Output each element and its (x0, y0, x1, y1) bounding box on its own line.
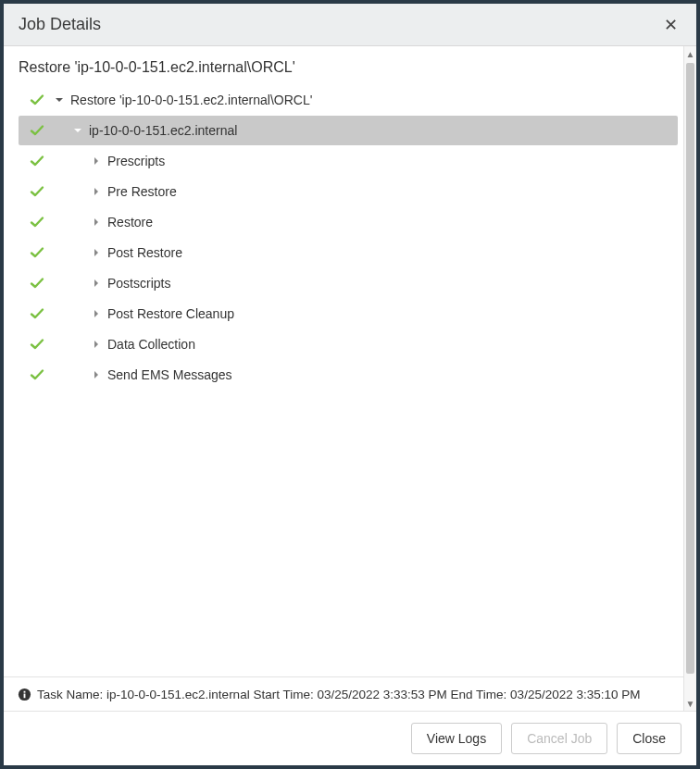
tree-row[interactable]: Post Restore Cleanup (19, 299, 678, 329)
tree-label: Postscripts (106, 276, 170, 291)
tree-row-root[interactable]: Restore 'ip-10-0-0-151.ec2.internal\ORCL… (19, 85, 678, 115)
info-text: Task Name: ip-10-0-0-151.ec2.internal St… (37, 688, 640, 701)
status-success-icon (24, 367, 50, 382)
tree-label: ip-10-0-0-151.ec2.internal (87, 123, 237, 138)
svg-rect-2 (23, 690, 25, 692)
status-success-icon (24, 154, 50, 168)
dialog-body: Restore 'ip-10-0-0-151.ec2.internal\ORCL… (4, 46, 696, 765)
status-success-icon (24, 93, 50, 107)
svg-rect-1 (23, 693, 25, 698)
task-info-bar: Task Name: ip-10-0-0-151.ec2.internal St… (4, 676, 696, 711)
status-success-icon (24, 215, 50, 229)
chevron-right-icon[interactable] (87, 156, 106, 166)
status-success-icon (24, 245, 50, 260)
tree-label: Restore 'ip-10-0-0-151.ec2.internal\ORCL… (69, 93, 312, 107)
scrollbar[interactable]: ▲ ▼ (683, 46, 696, 711)
tree-label: Restore (106, 215, 153, 229)
job-subtitle: Restore 'ip-10-0-0-151.ec2.internal\ORCL… (4, 46, 696, 85)
status-success-icon (24, 306, 50, 321)
scroll-up-icon[interactable]: ▲ (684, 46, 696, 61)
chevron-right-icon[interactable] (87, 309, 106, 318)
scrollbar-thumb[interactable] (686, 63, 694, 674)
tree-row[interactable]: Prescripts (19, 146, 678, 176)
tree-row[interactable]: Pre Restore (19, 177, 678, 206)
tree-row[interactable]: Restore (19, 207, 678, 237)
chevron-right-icon[interactable] (87, 370, 106, 379)
status-success-icon (24, 276, 50, 291)
tree-row[interactable]: Data Collection (19, 329, 678, 359)
chevron-right-icon[interactable] (87, 187, 106, 196)
chevron-right-icon[interactable] (87, 279, 106, 288)
close-icon[interactable]: ✕ (660, 17, 681, 33)
chevron-right-icon[interactable] (87, 340, 106, 349)
view-logs-button[interactable]: View Logs (411, 723, 502, 754)
tree-label: Prescripts (106, 154, 165, 168)
info-icon (17, 687, 31, 701)
chevron-down-icon[interactable] (69, 126, 87, 135)
titlebar: Job Details ✕ (4, 4, 696, 46)
tree-row[interactable]: Postscripts (19, 268, 678, 298)
tree-label: Send EMS Messages (106, 367, 232, 382)
close-button[interactable]: Close (617, 723, 681, 754)
tree-label: Post Restore Cleanup (106, 306, 234, 321)
tree-row[interactable]: Send EMS Messages (19, 360, 678, 390)
chevron-down-icon[interactable] (50, 95, 69, 105)
status-success-icon (24, 337, 50, 352)
status-success-icon (24, 123, 50, 138)
cancel-job-button: Cancel Job (511, 723, 607, 754)
job-details-dialog: Job Details ✕ Restore 'ip-10-0-0-151.ec2… (0, 0, 700, 769)
tree-label: Data Collection (106, 337, 195, 352)
tree-row-host[interactable]: ip-10-0-0-151.ec2.internal (19, 116, 678, 145)
dialog-title: Job Details (19, 15, 101, 34)
status-success-icon (24, 184, 50, 199)
tree-label: Post Restore (106, 245, 182, 260)
scroll-down-icon[interactable]: ▼ (684, 696, 696, 711)
dialog-footer: View Logs Cancel Job Close (4, 711, 696, 765)
tree-label: Pre Restore (106, 184, 177, 199)
tree-row[interactable]: Post Restore (19, 238, 678, 267)
chevron-right-icon[interactable] (87, 248, 106, 257)
chevron-right-icon[interactable] (87, 217, 106, 227)
job-tree: Restore 'ip-10-0-0-151.ec2.internal\ORCL… (4, 85, 696, 676)
